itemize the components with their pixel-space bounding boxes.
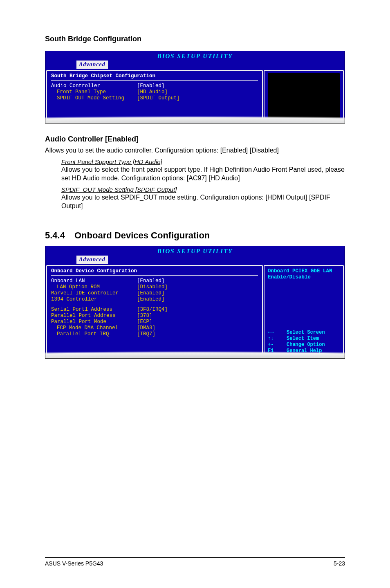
section-name: Onboard Devices Configuration — [74, 230, 210, 240]
front-panel-desc: Allows you to select the front panel sup… — [61, 165, 345, 183]
bios-setting-value: [Enabled] — [137, 290, 165, 296]
audio-controller-heading: Audio Controller [Enabled] — [45, 135, 345, 144]
nav-key: F1 — [268, 348, 287, 354]
bios-nav-row: ↑↓Select Item — [268, 336, 340, 342]
bios-nav-row: ←→Select Screen — [268, 330, 340, 336]
bios-setting-name: Marvell IDE controller — [51, 290, 137, 296]
bios-setting-row[interactable]: Parallel Port Address[378] — [51, 313, 258, 319]
bios-divider — [51, 80, 258, 81]
bios-setting-row[interactable]: Parallel Port IRQ[IRQ7] — [51, 331, 258, 337]
bios-right-blank — [268, 73, 340, 119]
bios-help-line1: Onboard PCIEX GbE LAN — [268, 268, 340, 274]
bios-tab-advanced[interactable]: Advanced — [76, 61, 108, 69]
nav-label: Select Item — [287, 336, 319, 342]
bios-setting-name: Front Panel Type — [51, 89, 137, 95]
bios-setting-row[interactable]: Parallel Port Mode[ECP] — [51, 319, 258, 325]
bios-divider — [51, 275, 258, 276]
south-bridge-heading: South Bridge Configuration — [45, 35, 345, 43]
bios-setting-value: [DMA3] — [137, 325, 155, 331]
bios-setting-name: ECP Mode DMA Channel — [51, 325, 137, 331]
nav-key: ←→ — [268, 330, 287, 336]
bios-nav-row: F1General Help — [268, 348, 340, 354]
page-footer: ASUS V-Series P5G43 5-23 — [45, 557, 345, 567]
bios-setting-value: [ECP] — [137, 319, 152, 325]
audio-controller-desc: Allows you to set the audio controller. … — [45, 146, 345, 155]
bios-setting-name: LAN Option ROM — [51, 284, 137, 290]
bios-setting-value: [IRQ7] — [137, 331, 155, 337]
bios-setting-name: Serial Port1 Address — [51, 307, 137, 313]
bios-title: BIOS SETUP UTILITY — [45, 247, 345, 255]
bios-panel-onboard: BIOS SETUP UTILITY Advanced Onboard Devi… — [45, 246, 345, 359]
section-number: 5.4.4 — [45, 230, 74, 241]
bios-tab-advanced[interactable]: Advanced — [76, 256, 108, 264]
bios-setting-row[interactable]: LAN Option ROM[Disabled] — [51, 284, 258, 290]
bios-setting-value: [378] — [137, 313, 152, 319]
bios-setting-row[interactable]: 1394 Controller[Enabled] — [51, 296, 258, 303]
bios-nav: ←→Select Screen↑↓Select Item+-Change Opt… — [268, 330, 340, 354]
bios-header: BIOS SETUP UTILITY Advanced — [45, 246, 345, 264]
bios-setting-value: [SPDIF Output] — [137, 95, 180, 101]
bios-setting-value: [3F8/IRQ4] — [137, 307, 168, 313]
bios-help-line2: Enable/Disable — [268, 274, 340, 281]
bios-setting-name: 1394 Controller — [51, 296, 137, 303]
bios-setting-value: [Enabled] — [137, 83, 165, 89]
bios-setting-name: Onboard LAN — [51, 278, 137, 284]
spdif-desc: Allows you to select SPDIF_OUT mode sett… — [61, 193, 345, 211]
bios-left-pane: South Bridge Chipset Configuration Audio… — [46, 70, 263, 122]
bios-right-pane: Onboard PCIEX GbE LAN Enable/Disable ←→S… — [264, 265, 344, 357]
front-panel-label: Front Panel Support Type [HD Audio] — [61, 158, 345, 165]
bios-setting-row[interactable]: ECP Mode DMA Channel[DMA3] — [51, 325, 258, 331]
bios-setting-row[interactable]: Audio Controller[Enabled] — [51, 83, 258, 89]
bios-setting-name: Parallel Port IRQ — [51, 331, 137, 337]
bios-header: BIOS SETUP UTILITY Advanced — [45, 51, 345, 69]
bios-setting-value: [HD Audio] — [137, 89, 168, 95]
bios-setting-name: Parallel Port Mode — [51, 319, 137, 325]
bios-setting-name: Parallel Port Address — [51, 313, 137, 319]
spdif-label: SPDIF_OUT Mode Setting [SPDIF Output] — [61, 186, 345, 193]
bios-section-label: South Bridge Chipset Configuration — [51, 73, 258, 79]
bios-setting-value: [Enabled] — [137, 296, 165, 303]
bios-setting-row[interactable]: SPDIF_OUT Mode Setting[SPDIF Output] — [51, 95, 258, 101]
bios-nav-row: +-Change Option — [268, 342, 340, 348]
bios-setting-value: [Disabled] — [137, 284, 168, 290]
nav-key: +- — [268, 342, 287, 348]
bios-setting-value: [Enabled] — [137, 278, 165, 284]
bios-setting-name: SPDIF_OUT Mode Setting — [51, 95, 137, 101]
nav-label: Select Screen — [287, 330, 325, 336]
bios-setting-row[interactable]: Marvell IDE controller[Enabled] — [51, 290, 258, 296]
bios-setting-row[interactable]: Serial Port1 Address[3F8/IRQ4] — [51, 307, 258, 313]
bios-setting-row[interactable]: Onboard LAN[Enabled] — [51, 278, 258, 284]
bios-left-pane: Onboard Device Configuration Onboard LAN… — [46, 265, 263, 357]
footer-left: ASUS V-Series P5G43 — [45, 560, 103, 567]
nav-label: General Help — [287, 348, 322, 354]
bios-panel-south-bridge: BIOS SETUP UTILITY Advanced South Bridge… — [45, 51, 345, 123]
footer-right: 5-23 — [334, 560, 345, 567]
nav-label: Change Option — [287, 342, 325, 348]
bios-setting-name: Audio Controller — [51, 83, 137, 89]
bios-setting-row[interactable]: Front Panel Type[HD Audio] — [51, 89, 258, 95]
onboard-section-title: 5.4.4Onboard Devices Configuration — [45, 230, 345, 241]
nav-key: ↑↓ — [268, 336, 287, 342]
bios-title: BIOS SETUP UTILITY — [45, 52, 345, 60]
bios-section-label: Onboard Device Configuration — [51, 268, 258, 274]
bios-right-pane — [264, 70, 344, 122]
